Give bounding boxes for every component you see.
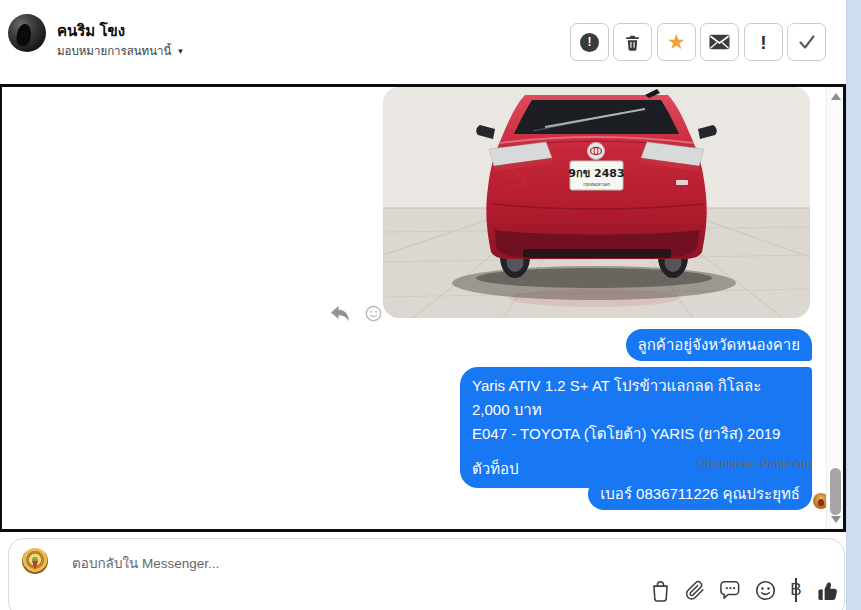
paperclip-icon[interactable]: [683, 578, 707, 602]
mark-done-button[interactable]: [787, 23, 826, 61]
exclamation-circle-icon: !: [580, 33, 599, 52]
shopping-bag-icon[interactable]: [648, 578, 672, 602]
scrollbar-thumb[interactable]: [830, 468, 841, 515]
bubble-line-2: E047 - TOYOTA (โตโยต้า) YARIS (ยาริส) 20…: [472, 422, 800, 446]
sender-name: Chonnikan Pimkham: [697, 457, 812, 471]
assign-conversation-dropdown[interactable]: มอบหมายการสนทนานี้ ▼: [57, 42, 184, 60]
bubble-line-gap: [472, 446, 800, 457]
delete-button[interactable]: [613, 23, 652, 61]
conversation-header: คนริม โขง มอบหมายการสนทนานี้ ▼ ! ★: [0, 0, 846, 84]
saved-replies-icon[interactable]: [718, 578, 742, 602]
mark-unread-button[interactable]: [700, 23, 739, 61]
check-icon: [797, 32, 817, 52]
chevron-down-icon: ▼: [176, 47, 184, 56]
car-photo-message[interactable]: 9กข 2483 กรุงเทพมหานคร: [383, 87, 810, 318]
emoji-react-icon[interactable]: [361, 301, 385, 325]
emoji-icon[interactable]: [753, 578, 777, 602]
reply-arrow-icon[interactable]: [328, 301, 352, 325]
baht-payment-icon[interactable]: B: [788, 578, 804, 602]
envelope-icon: [709, 34, 730, 50]
contact-avatar[interactable]: [8, 14, 46, 52]
chat-bubble-province[interactable]: ลูกค้าอยู่จังหวัดหนองคาย: [626, 329, 812, 361]
message-hover-actions: [328, 301, 385, 325]
reply-input[interactable]: [72, 552, 472, 574]
car-photo-graphic: 9กข 2483 กรุงเทพมหานคร: [383, 87, 810, 318]
exclamation-icon: !: [760, 33, 766, 52]
chat-panel-left-border: [0, 87, 2, 529]
bubble-line-1: Yaris ATIV 1.2 S+ AT โปรข้าวแลกลด กิโลละ…: [472, 374, 800, 422]
follow-up-button[interactable]: ★: [657, 23, 696, 61]
chat-bubble-phone[interactable]: เบอร์ 0836711226 คุณประยุทธ์: [588, 478, 812, 510]
scroll-up-arrow-icon[interactable]: [831, 93, 841, 100]
license-plate-text: 9กข 2483: [568, 167, 624, 180]
contact-name: คนริม โขง: [57, 19, 125, 43]
trash-icon: [623, 33, 642, 52]
chat-scrollbar[interactable]: [826, 87, 843, 529]
flag-button[interactable]: !: [744, 23, 783, 61]
composer-toolbar: B: [648, 578, 839, 602]
scroll-down-arrow-icon[interactable]: [831, 516, 841, 523]
star-icon: ★: [667, 31, 686, 52]
thumbs-up-icon[interactable]: [815, 578, 839, 602]
assign-conversation-label: มอบหมายการสนทนานี้: [57, 42, 171, 60]
report-spam-button[interactable]: !: [570, 23, 609, 61]
page-avatar: [22, 548, 48, 574]
messenger-reply-window: คนริม โขง มอบหมายการสนทนานี้ ▼ ! ★: [0, 0, 861, 610]
baht-vertical-stroke: [795, 578, 797, 602]
chat-panel-bottom-border: [0, 529, 846, 532]
page-scrollbar[interactable]: [846, 0, 861, 610]
